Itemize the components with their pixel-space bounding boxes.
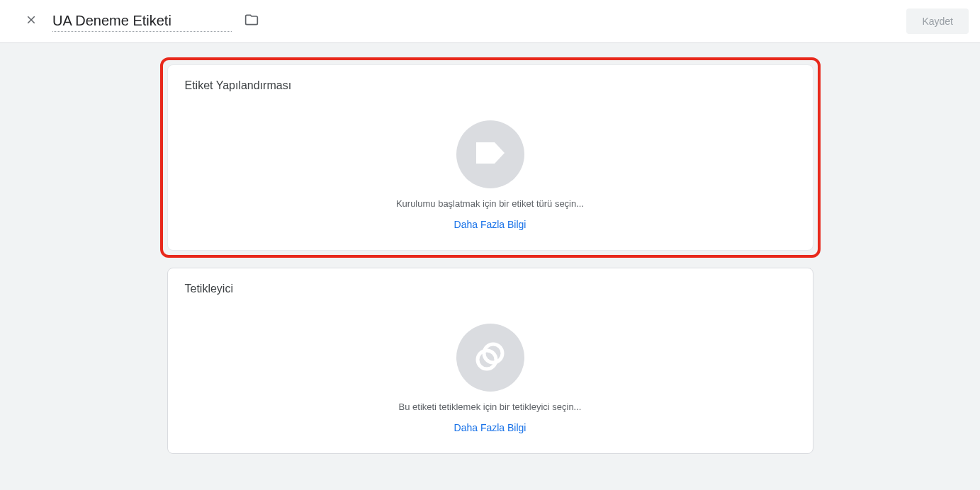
- tag-type-placeholder-icon: [456, 120, 524, 188]
- trigger-empty-state: Bu etiketi tetiklemek için bir tetikleyi…: [185, 315, 796, 433]
- trigger-learn-more-link[interactable]: Daha Fazla Bilgi: [454, 422, 526, 433]
- folder-button[interactable]: [243, 13, 260, 30]
- close-button[interactable]: [17, 7, 45, 35]
- tag-config-learn-more-link[interactable]: Daha Fazla Bilgi: [454, 219, 526, 230]
- trigger-icon: [475, 341, 506, 375]
- tag-icon: [476, 142, 505, 166]
- tag-config-title: Etiket Yapılandırması: [185, 79, 796, 92]
- save-button[interactable]: Kaydet: [906, 8, 969, 34]
- tag-config-highlight: Etiket Yapılandırması Kurulumu başlatmak…: [160, 57, 821, 258]
- trigger-placeholder-icon: [456, 324, 524, 392]
- tag-config-empty-state: Kurulumu başlatmak için bir etiket türü …: [185, 112, 796, 230]
- close-icon: [25, 13, 38, 29]
- editor-body: Etiket Yapılandırması Kurulumu başlatmak…: [0, 43, 980, 490]
- tag-config-hint: Kurulumu başlatmak için bir etiket türü …: [396, 198, 584, 209]
- tag-config-card[interactable]: Etiket Yapılandırması Kurulumu başlatmak…: [167, 64, 813, 251]
- tag-name-input[interactable]: [52, 11, 232, 32]
- trigger-hint: Bu etiketi tetiklemek için bir tetikleyi…: [399, 401, 582, 412]
- trigger-title: Tetikleyici: [185, 283, 796, 295]
- folder-icon: [244, 13, 259, 30]
- editor-header: Kaydet: [0, 0, 980, 43]
- trigger-card[interactable]: Tetikleyici Bu etiketi tetiklemek için b…: [167, 268, 813, 454]
